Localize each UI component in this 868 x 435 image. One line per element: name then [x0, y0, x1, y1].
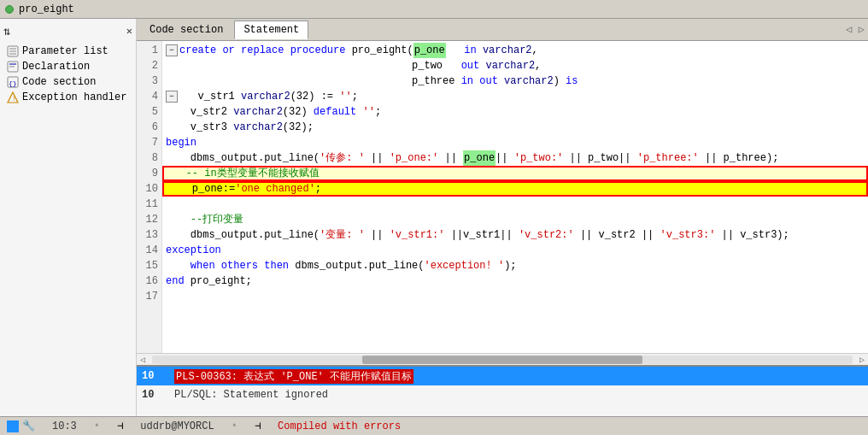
code-line-5: v_str2 varchar2(32) default '';: [162, 104, 868, 120]
sort-icon[interactable]: ⇅: [3, 24, 10, 38]
parameter-list-icon: [7, 45, 19, 57]
wrench-icon: 🔧: [22, 420, 35, 432]
connection-arrow: ⊣: [117, 420, 123, 432]
line-num-13: 13: [137, 227, 161, 243]
line-num-11: 11: [137, 197, 161, 212]
sidebar-item-label: Declaration: [22, 61, 90, 73]
line-num-15: 15: [137, 258, 161, 273]
code-line-16: end pro_eight;: [162, 273, 868, 289]
code-line-8: dbms_output.put_line('传参: ' || 'p_one:' …: [162, 150, 868, 166]
scroll-track: [152, 356, 853, 364]
status-bar: 🔧 10:3 • ⊣ uddrb@MYORCL • ⊣ Compiled wit…: [0, 416, 868, 435]
code-line-13: dbms_output.put_line('变量: ' || 'v_str1:'…: [162, 227, 868, 243]
error-row-2: 10 PL/SQL: Statement ignored: [137, 385, 868, 404]
declaration-icon: [7, 61, 19, 73]
sidebar-item-exception-handler[interactable]: ! Exception handler: [0, 90, 136, 105]
line-num-16: 16: [137, 273, 161, 289]
line-num-7: 7: [137, 135, 161, 150]
code-line-10: p_one:='one changed';: [162, 181, 868, 197]
code-line-11: [162, 197, 868, 212]
line-num-12: 12: [137, 212, 161, 227]
code-line-3: p_three in out varchar2) is: [162, 73, 868, 89]
sidebar-header: ⇅ ✕: [0, 22, 136, 40]
line-num-5: 5: [137, 104, 161, 120]
content-area: Code section Statement ◁ ▷ 1 2 3 4 5 6 7…: [137, 19, 868, 416]
line-num-10: 10: [137, 181, 161, 197]
status-separator-1: •: [94, 420, 100, 432]
error-line-col-2: 10: [142, 389, 167, 401]
sidebar-item-declaration[interactable]: Declaration: [0, 59, 136, 74]
code-line-9: -- in类型变量不能接收赋值: [162, 166, 868, 181]
main-layout: ⇅ ✕ Parameter list Declaration {} Code s…: [0, 19, 868, 416]
title-bar: pro_eight: [0, 0, 868, 19]
status-icon-blue: [7, 420, 19, 432]
code-section-icon: {}: [7, 76, 19, 88]
collapse-icon-4[interactable]: −: [166, 91, 178, 103]
line-num-3: 3: [137, 73, 161, 89]
sidebar-item-label: Code section: [22, 76, 96, 88]
window-title: pro_eight: [19, 3, 74, 15]
scroll-right-button[interactable]: ▷: [856, 355, 868, 365]
line-numbers: 1 2 3 4 5 6 7 8 9 10 11 12 13 14 15 16 1: [137, 41, 162, 353]
exception-handler-icon: !: [7, 91, 19, 103]
svg-text:{}: {}: [9, 79, 17, 87]
code-line-4: − v_str1 varchar2(32) := '';: [162, 89, 868, 104]
code-editor: 1 2 3 4 5 6 7 8 9 10 11 12 13 14 15 16 1: [137, 41, 868, 365]
code-line-12: --打印变量: [162, 212, 868, 227]
tab-scroll-arrows[interactable]: ◁ ▷: [846, 23, 865, 36]
error-badge: PLS-00363: 表达式 'P_ONE' 不能用作赋值目标: [174, 369, 413, 384]
code-line-7: begin: [162, 135, 868, 150]
sidebar-item-label: Exception handler: [22, 91, 126, 103]
sidebar-item-label: Parameter list: [22, 45, 108, 57]
scroll-thumb[interactable]: [362, 356, 642, 364]
close-sidebar-button[interactable]: ✕: [126, 25, 132, 38]
line-num-1: 1: [137, 43, 161, 58]
line-num-9: 9: [137, 166, 161, 181]
line-num-6: 6: [137, 120, 161, 135]
code-scroll[interactable]: 1 2 3 4 5 6 7 8 9 10 11 12 13 14 15 16 1: [137, 41, 868, 353]
code-line-14: exception: [162, 243, 868, 258]
error-row-1: 10 PLS-00363: 表达式 'P_ONE' 不能用作赋值目标: [137, 367, 868, 385]
code-line-17: [162, 289, 868, 304]
status-dot: [5, 5, 14, 14]
horizontal-scrollbar[interactable]: ◁ ▷: [137, 353, 868, 365]
output-panel: 10 PLS-00363: 表达式 'P_ONE' 不能用作赋值目标 10 PL…: [137, 365, 868, 416]
code-content[interactable]: − create or replace procedure pro_eight(…: [162, 41, 868, 353]
compile-icon: ⊣: [255, 420, 261, 432]
line-num-4: 4: [137, 89, 161, 104]
svg-text:!: !: [12, 95, 16, 103]
sidebar: ⇅ ✕ Parameter list Declaration {} Code s…: [0, 19, 137, 416]
error-message-2: PL/SQL: Statement ignored: [174, 389, 328, 401]
sidebar-item-code-section[interactable]: {} Code section: [0, 74, 136, 90]
compile-status: Compiled with errors: [278, 420, 401, 432]
status-separator-2: •: [232, 420, 238, 432]
line-num-17: 17: [137, 289, 161, 304]
line-num-8: 8: [137, 150, 161, 166]
code-line-15: when others then dbms_output.put_line('e…: [162, 258, 868, 273]
code-line-1: − create or replace procedure pro_eight(…: [162, 43, 868, 58]
tab-code-section[interactable]: Code section: [140, 21, 232, 39]
code-line-6: v_str3 varchar2(32);: [162, 120, 868, 135]
code-line-2: p_two out varchar2,: [162, 58, 868, 73]
status-icons: 🔧: [7, 420, 35, 432]
tab-bar: Code section Statement ◁ ▷: [137, 19, 868, 41]
error-line-col-1: 10: [142, 370, 167, 382]
collapse-icon-1[interactable]: −: [166, 44, 178, 56]
tab-statement[interactable]: Statement: [234, 21, 308, 39]
scroll-left-button[interactable]: ◁: [137, 355, 149, 365]
line-num-14: 14: [137, 243, 161, 258]
line-num-2: 2: [137, 58, 161, 73]
db-connection: uddrb@MYORCL: [140, 420, 214, 432]
cursor-position: 10:3: [52, 420, 77, 432]
sidebar-item-parameter-list[interactable]: Parameter list: [0, 44, 136, 59]
